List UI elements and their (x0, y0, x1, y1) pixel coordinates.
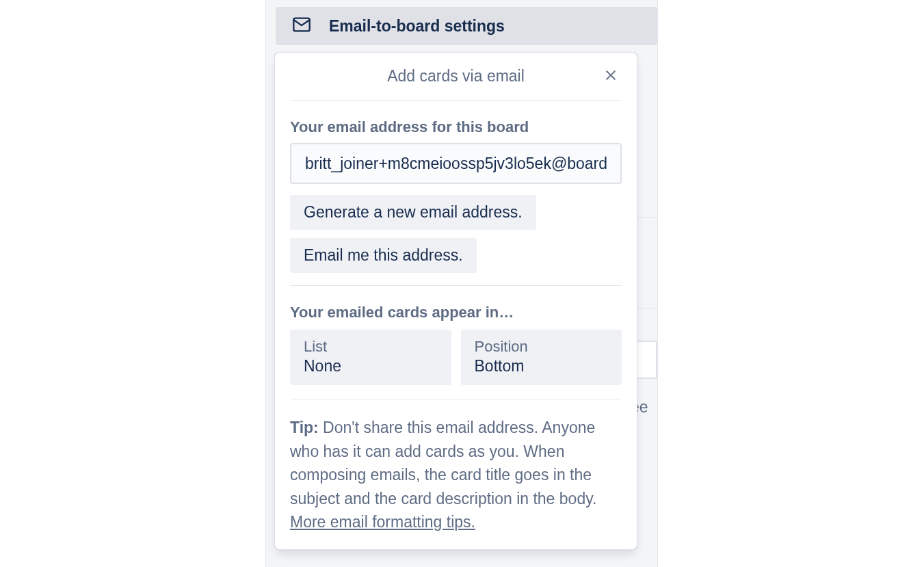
popover-title: Add cards via email (387, 67, 525, 85)
add-cards-via-email-popover: Add cards via email Your email address f… (274, 52, 637, 550)
destination-selects: List None Position Bottom (290, 330, 622, 385)
popover-header: Add cards via email (290, 53, 622, 101)
settings-header: Email-to-board settings (276, 7, 657, 45)
appear-in-label: Your emailed cards appear in… (290, 304, 622, 321)
settings-header-title: Email-to-board settings (329, 17, 505, 36)
more-formatting-tips-link[interactable]: More email formatting tips. (290, 513, 475, 531)
list-select-label: List (304, 338, 438, 356)
position-select-value: Bottom (475, 357, 609, 375)
popover-divider (290, 399, 622, 399)
close-button[interactable] (600, 66, 622, 88)
email-me-address-button[interactable]: Email me this address. (290, 238, 477, 273)
close-icon (604, 68, 618, 84)
generate-new-email-button[interactable]: Generate a new email address. (290, 195, 536, 230)
popover-divider (290, 285, 622, 286)
email-address-label: Your email address for this board (290, 118, 622, 136)
mail-icon (292, 15, 311, 37)
board-email-input[interactable] (290, 143, 622, 184)
email-action-buttons: Generate a new email address. Email me t… (290, 195, 622, 273)
tip-label: Tip: (290, 419, 319, 436)
position-select-label: Position (475, 338, 609, 356)
tip-body: Don't share this email address. Anyone w… (290, 419, 596, 507)
list-select-value: None (304, 357, 438, 375)
position-select[interactable]: Position Bottom (461, 330, 622, 385)
list-select[interactable]: List None (290, 330, 451, 385)
tip-text: Tip: Don't share this email address. Any… (290, 416, 622, 534)
